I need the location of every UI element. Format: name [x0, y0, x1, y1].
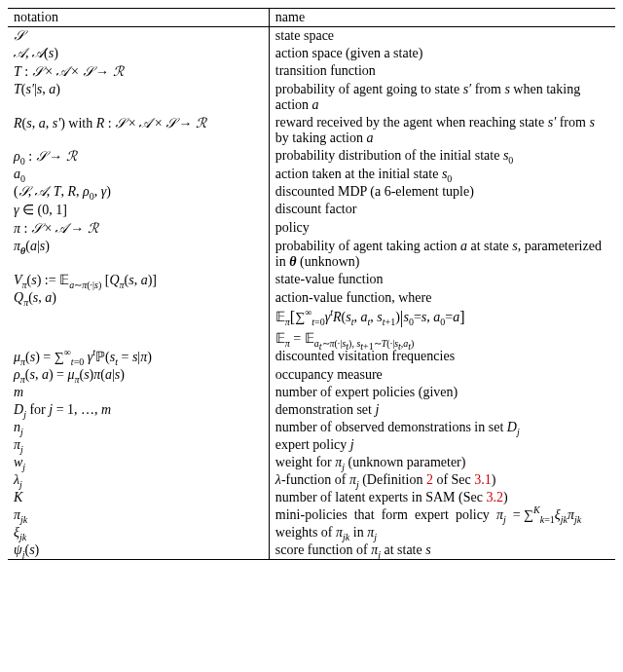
cell-name: score function of πj at state s: [269, 541, 615, 560]
cell-name: state space: [269, 27, 615, 46]
table-row: Vπ(s) := 𝔼a∼π(·|s) [Qπ(s, a)] state-valu…: [8, 271, 615, 289]
table-row: ρπ(s, a) = μπ(s)π(a|s) occupancy measure: [8, 366, 615, 384]
cell-notation: ρ0 : 𝒮 → ℛ: [8, 147, 269, 166]
cell-name: number of expert policies (given): [269, 384, 615, 401]
table-row: πj expert policy j: [8, 436, 615, 454]
cell-notation: (𝒮, 𝒜, T, R, ρ0, γ): [8, 183, 269, 201]
table-row: μπ(s) = ∑∞t=0 γtℙ(st = s|π) discounted v…: [8, 348, 615, 366]
table-row: ξjk weights of πjk in πj: [8, 524, 615, 541]
table-row: T(s′|s, a) probability of agent going to…: [8, 81, 615, 114]
table-row: ρ0 : 𝒮 → ℛ probability distribution of t…: [8, 147, 615, 166]
header-name: name: [269, 9, 615, 27]
cell-name: 𝔼π[∑∞t=0γtR(st, at, st+1)|s0=s, a0=a]: [269, 307, 615, 329]
table-row: K number of latent experts in SAM (Sec 3…: [8, 489, 615, 506]
cell-notation: ψj(s): [8, 541, 269, 560]
cell-notation: λj: [8, 471, 269, 489]
cell-name: probability distribution of the initial …: [269, 147, 615, 166]
cell-notation: Qπ(s, a): [8, 289, 269, 307]
cell-name: policy: [269, 219, 615, 238]
table-row: 𝔼π = 𝔼at∼π(·|st), st+1∼T(·|st,at): [8, 329, 615, 348]
link-definition-2[interactable]: 2: [426, 472, 433, 487]
table-row: πθ(a|s) probability of agent taking acti…: [8, 238, 615, 271]
table-row: T : 𝒮 × 𝒜 × 𝒮 → ℛ transition function: [8, 62, 615, 81]
table-row: (𝒮, 𝒜, T, R, ρ0, γ) discounted MDP (a 6-…: [8, 183, 615, 201]
table-row: 𝔼π[∑∞t=0γtR(st, at, st+1)|s0=s, a0=a]: [8, 307, 615, 329]
cell-name: occupancy measure: [269, 366, 615, 384]
cell-name: action taken at the initial state s0: [269, 166, 615, 183]
table-row: nj number of observed demonstrations in …: [8, 419, 615, 436]
cell-name: action space (given a state): [269, 45, 615, 62]
cell-name: number of latent experts in SAM (Sec 3.2…: [269, 489, 615, 506]
table-row: m number of expert policies (given): [8, 384, 615, 401]
cell-notation: μπ(s) = ∑∞t=0 γtℙ(st = s|π): [8, 348, 269, 366]
cell-notation: ξjk: [8, 524, 269, 541]
cell-name: number of observed demonstrations in set…: [269, 419, 615, 436]
cell-notation: Vπ(s) := 𝔼a∼π(·|s) [Qπ(s, a)]: [8, 271, 269, 289]
cell-notation: T : 𝒮 × 𝒜 × 𝒮 → ℛ: [8, 62, 269, 81]
cell-name: probability of agent going to state s′ f…: [269, 81, 615, 114]
cell-notation: π : 𝒮 × 𝒜 → ℛ: [8, 219, 269, 238]
table-row: a0 action taken at the initial state s0: [8, 166, 615, 183]
header-row: notation name: [8, 9, 615, 27]
notation-table: notation name 𝒮 state space 𝒜, 𝒜(s) acti…: [8, 8, 615, 560]
cell-notation: a0: [8, 166, 269, 183]
cell-name: expert policy j: [269, 436, 615, 454]
cell-name: action-value function, where: [269, 289, 615, 307]
link-section-3-1[interactable]: 3.1: [474, 472, 492, 487]
link-section-3-2[interactable]: 3.2: [486, 490, 503, 504]
cell-notation: πjk: [8, 506, 269, 524]
table-row: πjk mini-policies that form expert polic…: [8, 506, 615, 524]
cell-notation: R(s, a, s′) with R : 𝒮 × 𝒜 × 𝒮 → ℛ: [8, 114, 269, 147]
cell-name: transition function: [269, 62, 615, 81]
table-row: wj weight for πj (unknown parameter): [8, 454, 615, 471]
cell-notation: m: [8, 384, 269, 401]
cell-name: discounted visitation frequencies: [269, 348, 615, 366]
cell-notation: K: [8, 489, 269, 506]
cell-notation: [8, 329, 269, 348]
table-row: 𝒮 state space: [8, 27, 615, 46]
cell-name: weights of πjk in πj: [269, 524, 615, 541]
table-row: R(s, a, s′) with R : 𝒮 × 𝒜 × 𝒮 → ℛ rewar…: [8, 114, 615, 147]
cell-notation: [8, 307, 269, 329]
cell-notation: wj: [8, 454, 269, 471]
header-notation: notation: [8, 9, 269, 27]
table-row: γ ∈ (0, 1] discount factor: [8, 201, 615, 219]
cell-notation: ρπ(s, a) = μπ(s)π(a|s): [8, 366, 269, 384]
cell-name: mini-policies that form expert policy πj…: [269, 506, 615, 524]
cell-name: discounted MDP (a 6-element tuple): [269, 183, 615, 201]
cell-name: 𝔼π = 𝔼at∼π(·|st), st+1∼T(·|st,at): [269, 329, 615, 348]
cell-name: probability of agent taking action a at …: [269, 238, 615, 271]
cell-name: λ-function of πj (Definition 2 of Sec 3.…: [269, 471, 615, 489]
cell-notation: πθ(a|s): [8, 238, 269, 271]
table-row: λj λ-function of πj (Definition 2 of Sec…: [8, 471, 615, 489]
cell-notation: πj: [8, 436, 269, 454]
cell-name: demonstration set j: [269, 401, 615, 419]
cell-notation: γ ∈ (0, 1]: [8, 201, 269, 219]
cell-name: state-value function: [269, 271, 615, 289]
table-row: Dj for j = 1, …, m demonstration set j: [8, 401, 615, 419]
cell-name: reward received by the agent when reachi…: [269, 114, 615, 147]
cell-name: discount factor: [269, 201, 615, 219]
cell-notation: Dj for j = 1, …, m: [8, 401, 269, 419]
table-row: ψj(s) score function of πj at state s: [8, 541, 615, 560]
table-row: 𝒜, 𝒜(s) action space (given a state): [8, 45, 615, 62]
cell-notation: T(s′|s, a): [8, 81, 269, 114]
cell-notation: 𝒮: [8, 27, 269, 46]
table-row: Qπ(s, a) action-value function, where: [8, 289, 615, 307]
cell-notation: 𝒜, 𝒜(s): [8, 45, 269, 62]
table-row: π : 𝒮 × 𝒜 → ℛ policy: [8, 219, 615, 238]
cell-notation: nj: [8, 419, 269, 436]
cell-name: weight for πj (unknown parameter): [269, 454, 615, 471]
